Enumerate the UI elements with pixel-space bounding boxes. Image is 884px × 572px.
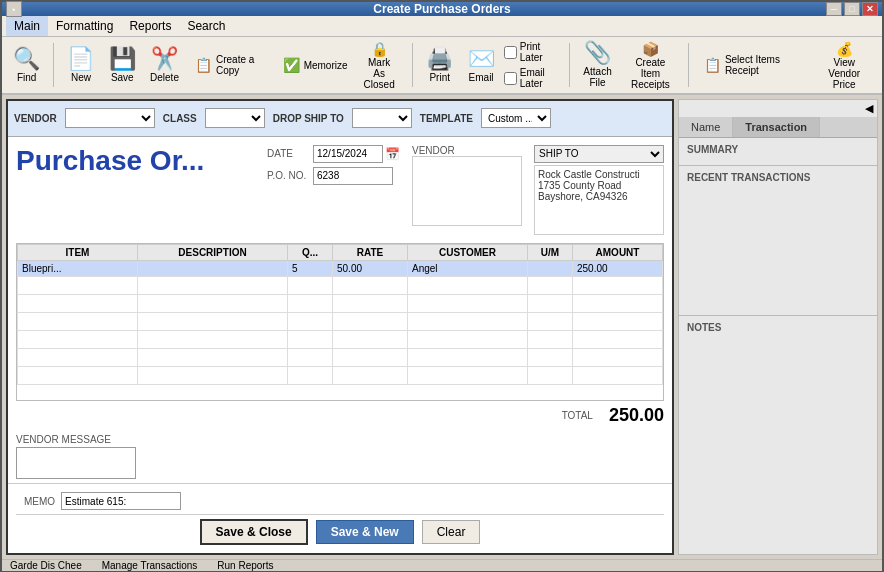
tab-name[interactable]: Name bbox=[679, 117, 733, 137]
email-button[interactable]: ✉️ Email bbox=[462, 40, 499, 90]
email-icon: ✉️ bbox=[468, 48, 495, 70]
summary-section: SUMMARY bbox=[679, 138, 877, 166]
panel-expand[interactable]: ◀ bbox=[679, 100, 877, 117]
item-table-scroll[interactable]: ITEM DESCRIPTION Q... RATE CUSTOMER U/M … bbox=[17, 244, 663, 400]
vendor-msg-input[interactable] bbox=[16, 447, 136, 479]
table-empty-row[interactable] bbox=[18, 366, 663, 384]
find-icon: 🔍 bbox=[13, 48, 40, 70]
table-empty-row[interactable] bbox=[18, 330, 663, 348]
vendor-box-label: VENDOR bbox=[412, 145, 522, 156]
col-qty: Q... bbox=[288, 244, 333, 260]
menu-formatting[interactable]: Formatting bbox=[48, 16, 121, 36]
view-vendor-price-button[interactable]: 💰 ViewVendor Price bbox=[812, 40, 876, 90]
doc-header: Purchase Or... DATE 📅 P.O. NO. bbox=[8, 137, 672, 243]
save-close-button[interactable]: Save & Close bbox=[200, 519, 308, 545]
right-panel: ◀ Name Transaction SUMMARY RECENT TRANSA… bbox=[678, 99, 878, 555]
doc-title: Purchase Or... bbox=[16, 145, 255, 235]
dropship-select[interactable] bbox=[352, 108, 412, 128]
table-empty-row[interactable] bbox=[18, 312, 663, 330]
item-table: ITEM DESCRIPTION Q... RATE CUSTOMER U/M … bbox=[17, 244, 663, 385]
create-item-receipts-button[interactable]: 📦 Create ItemReceipts bbox=[621, 40, 680, 90]
memorize-icon: ✅ bbox=[283, 57, 300, 73]
total-label: TOTAL bbox=[562, 410, 593, 421]
total-value: 250.00 bbox=[609, 405, 664, 426]
memorize-button[interactable]: ✅ Memorize bbox=[280, 40, 350, 90]
template-label: TEMPLATE bbox=[420, 113, 473, 124]
mark-closed-button[interactable]: 🔒 Mark AsClosed bbox=[354, 40, 404, 90]
title-bar: ▪ Create Purchase Orders ─ □ ✕ bbox=[2, 2, 882, 16]
menu-bar: Main Formatting Reports Search bbox=[2, 16, 882, 37]
clear-button[interactable]: Clear bbox=[422, 520, 481, 544]
print-icon: 🖨️ bbox=[426, 48, 453, 70]
left-panel: VENDOR CLASS DROP SHIP TO TEMPLATE Custo… bbox=[6, 99, 674, 555]
print-later-checkbox[interactable] bbox=[504, 46, 517, 59]
date-input[interactable] bbox=[313, 145, 383, 163]
memo-label: MEMO bbox=[24, 496, 55, 507]
po-no-input[interactable] bbox=[313, 167, 393, 185]
vendor-message-area: VENDOR MESSAGE bbox=[8, 430, 672, 483]
filter-bar: VENDOR CLASS DROP SHIP TO TEMPLATE Custo… bbox=[8, 101, 672, 137]
po-no-label: P.O. NO. bbox=[267, 170, 307, 181]
header-fields: DATE 📅 P.O. NO. bbox=[267, 145, 400, 235]
table-empty-row[interactable] bbox=[18, 294, 663, 312]
new-icon: 📄 bbox=[67, 48, 94, 70]
restore-button[interactable]: □ bbox=[844, 2, 860, 16]
vendor-select[interactable] bbox=[65, 108, 155, 128]
calendar-icon[interactable]: 📅 bbox=[385, 147, 400, 161]
vendor-section: VENDOR bbox=[412, 145, 522, 235]
summary-label: SUMMARY bbox=[687, 144, 869, 155]
item-table-wrapper: ITEM DESCRIPTION Q... RATE CUSTOMER U/M … bbox=[16, 243, 664, 401]
class-label: CLASS bbox=[163, 113, 197, 124]
find-button[interactable]: 🔍 Find bbox=[8, 40, 45, 90]
delete-icon: ✂️ bbox=[151, 48, 178, 70]
minimize-button[interactable]: ─ bbox=[826, 2, 842, 16]
close-button[interactable]: ✕ bbox=[862, 2, 878, 16]
col-customer: CUSTOMER bbox=[408, 244, 528, 260]
save-new-button[interactable]: Save & New bbox=[316, 520, 414, 544]
menu-search[interactable]: Search bbox=[179, 16, 233, 36]
menu-reports[interactable]: Reports bbox=[121, 16, 179, 36]
right-panel-tabs: Name Transaction bbox=[679, 117, 877, 138]
create-copy-button[interactable]: 📋 Create a Copy bbox=[188, 40, 276, 90]
toolbar: 🔍 Find 📄 New 💾 Save ✂️ Delete 📋 Create a… bbox=[2, 37, 882, 95]
notes-section: NOTES bbox=[679, 316, 877, 343]
window-title: Create Purchase Orders bbox=[373, 2, 510, 16]
table-empty-row[interactable] bbox=[18, 276, 663, 294]
vendor-msg-label: VENDOR MESSAGE bbox=[16, 434, 664, 445]
notes-label: NOTES bbox=[687, 322, 869, 333]
attach-file-button[interactable]: 📎 AttachFile bbox=[578, 40, 617, 90]
memo-input[interactable] bbox=[61, 492, 181, 510]
table-empty-row[interactable] bbox=[18, 348, 663, 366]
save-button[interactable]: 💾 Save bbox=[104, 40, 141, 90]
recent-transactions-label: RECENT TRANSACTIONS bbox=[687, 172, 869, 183]
ship-to-box: Rock Castle Constructi 1735 County Road … bbox=[534, 165, 664, 235]
mark-closed-icon: 🔒 bbox=[371, 41, 388, 57]
new-button[interactable]: 📄 New bbox=[62, 40, 99, 90]
select-items-button[interactable]: 📋 Select Items Receipt bbox=[697, 40, 809, 90]
ship-to-select[interactable]: SHIP TO bbox=[534, 145, 664, 163]
col-description: DESCRIPTION bbox=[138, 244, 288, 260]
total-area: TOTAL 250.00 bbox=[8, 401, 672, 430]
right-panel-sections: SUMMARY RECENT TRANSACTIONS NOTES bbox=[679, 138, 877, 554]
class-select[interactable] bbox=[205, 108, 265, 128]
ship-to-section: SHIP TO Rock Castle Constructi 1735 Coun… bbox=[534, 145, 664, 235]
menu-main[interactable]: Main bbox=[6, 16, 48, 36]
table-row[interactable]: Bluepri...550.00Angel250.00 bbox=[18, 260, 663, 276]
bottom-bar: MEMO Save & Close Save & New Clear bbox=[8, 483, 672, 553]
tab-transaction[interactable]: Transaction bbox=[733, 117, 820, 137]
col-rate: RATE bbox=[333, 244, 408, 260]
recent-transactions-section: RECENT TRANSACTIONS bbox=[679, 166, 877, 316]
email-later-checkbox[interactable] bbox=[504, 72, 517, 85]
view-vendor-icon: 💰 bbox=[836, 41, 853, 57]
status-item-2: Manage Transactions bbox=[102, 560, 198, 571]
attach-icon: 📎 bbox=[584, 42, 611, 64]
create-copy-icon: 📋 bbox=[195, 57, 212, 73]
delete-button[interactable]: ✂️ Delete bbox=[145, 40, 184, 90]
vendor-box[interactable] bbox=[412, 156, 522, 226]
window: ▪ Create Purchase Orders ─ □ ✕ Main Form… bbox=[0, 0, 884, 572]
save-icon: 💾 bbox=[109, 48, 136, 70]
template-select[interactable]: Custom ... bbox=[481, 108, 551, 128]
memo-bar: MEMO bbox=[16, 488, 664, 514]
print-button[interactable]: 🖨️ Print bbox=[421, 40, 458, 90]
status-bar: Garde Dis Chee Manage Transactions Run R… bbox=[2, 559, 882, 571]
